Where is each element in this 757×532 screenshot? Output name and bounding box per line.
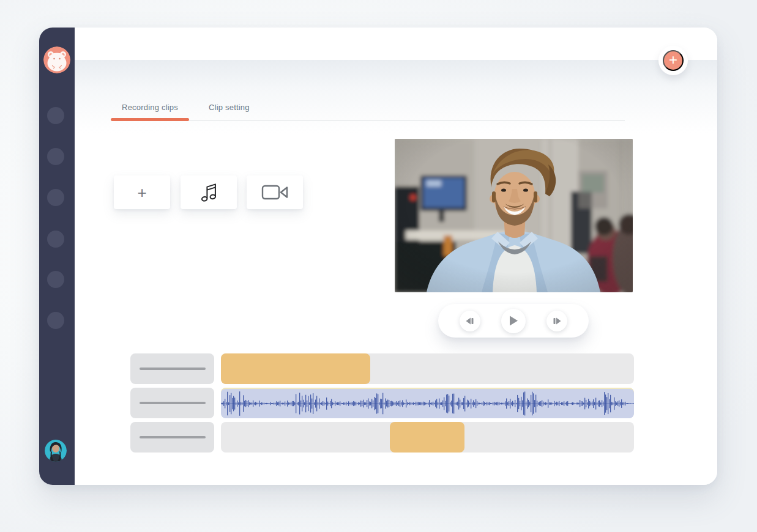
sidebar-nav-item-2[interactable]	[47, 148, 64, 165]
skip-forward-button[interactable]	[546, 311, 567, 331]
fab-halo: +	[658, 46, 688, 75]
skip-back-button[interactable]	[460, 311, 480, 331]
track-video-2[interactable]	[221, 422, 634, 453]
avatar-image	[45, 440, 67, 462]
sidebar-nav-item-1[interactable]	[47, 107, 64, 124]
monkey-logo-icon	[43, 46, 70, 73]
video-clip[interactable]	[221, 353, 370, 384]
timeline-row-video-1	[130, 353, 634, 384]
app-logo	[43, 46, 70, 73]
timeline-row-video-2	[130, 422, 634, 453]
track-label	[130, 353, 214, 384]
add-video-button[interactable]	[247, 175, 303, 209]
sidebar-nav-item-6[interactable]	[47, 312, 64, 329]
track-label	[130, 388, 214, 418]
video-preview	[395, 139, 633, 292]
play-button[interactable]	[501, 309, 526, 333]
add-clip-button[interactable]: +	[114, 175, 170, 209]
tab-recording-clips[interactable]: Recording clips	[111, 98, 189, 120]
track-label	[130, 422, 214, 453]
tab-label: Recording clips	[122, 103, 178, 112]
header-bar	[75, 28, 717, 60]
track-label-placeholder	[140, 402, 206, 404]
plus-icon: +	[137, 185, 146, 201]
sidebar-nav-item-4[interactable]	[47, 231, 64, 248]
user-avatar[interactable]	[45, 440, 67, 462]
sidebar-nav-item-3[interactable]	[47, 189, 64, 206]
tab-label: Clip setting	[209, 103, 250, 112]
skip-forward-icon	[552, 317, 562, 325]
play-icon	[509, 316, 518, 326]
video-camera-icon	[261, 183, 289, 201]
audio-clip[interactable]	[221, 388, 634, 418]
timeline-row-audio	[130, 388, 634, 418]
track-video-1[interactable]	[221, 353, 634, 384]
tab-bar: Recording clips Clip setting	[111, 98, 250, 120]
sidebar-nav-item-5[interactable]	[47, 271, 64, 288]
active-tab-indicator	[111, 118, 189, 121]
track-audio[interactable]	[221, 388, 634, 418]
preview-frame-image	[395, 139, 633, 292]
track-label-placeholder	[140, 368, 206, 370]
add-button[interactable]: +	[663, 50, 684, 71]
audio-waveform-svg	[221, 389, 634, 418]
page: + Recording clips Clip setting +	[0, 0, 757, 532]
timeline	[130, 353, 634, 456]
sidebar	[39, 28, 75, 485]
music-note-icon	[201, 182, 217, 202]
skip-back-icon	[465, 317, 475, 325]
tab-clip-setting[interactable]: Clip setting	[209, 98, 250, 120]
playback-controls	[438, 304, 589, 338]
app-window: + Recording clips Clip setting +	[39, 28, 717, 485]
video-clip[interactable]	[390, 422, 464, 453]
plus-icon: +	[669, 53, 677, 67]
track-label-placeholder	[140, 436, 206, 438]
add-music-button[interactable]	[181, 175, 237, 209]
